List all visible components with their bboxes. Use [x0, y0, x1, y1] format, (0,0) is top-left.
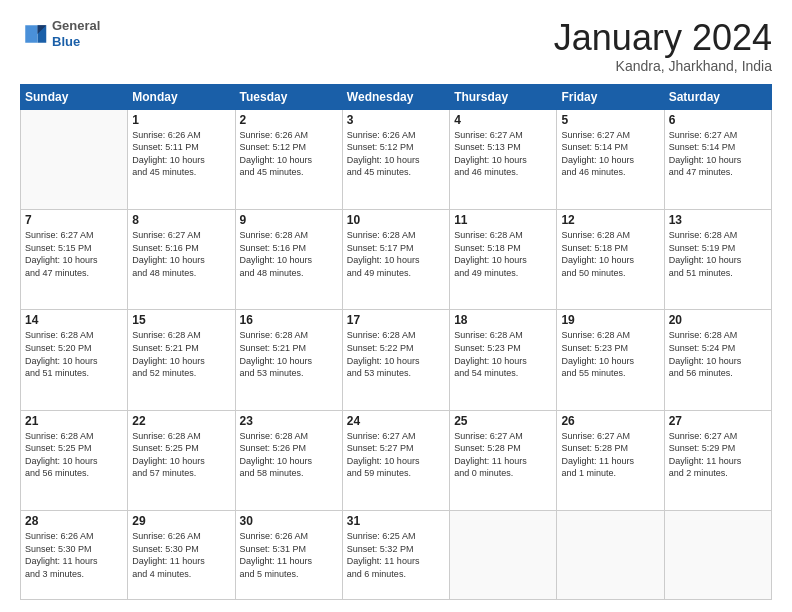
day-number: 31	[347, 514, 445, 528]
table-row: 7Sunrise: 6:27 AM Sunset: 5:15 PM Daylig…	[21, 209, 128, 309]
calendar-header-row: Sunday Monday Tuesday Wednesday Thursday…	[21, 84, 772, 109]
logo: General Blue	[20, 18, 100, 49]
logo-text: General Blue	[52, 18, 100, 49]
table-row	[450, 511, 557, 600]
day-number: 22	[132, 414, 230, 428]
day-info: Sunrise: 6:28 AM Sunset: 5:25 PM Dayligh…	[25, 430, 123, 480]
table-row	[557, 511, 664, 600]
logo-blue: Blue	[52, 34, 100, 50]
table-row: 22Sunrise: 6:28 AM Sunset: 5:25 PM Dayli…	[128, 410, 235, 510]
table-row: 21Sunrise: 6:28 AM Sunset: 5:25 PM Dayli…	[21, 410, 128, 510]
day-number: 1	[132, 113, 230, 127]
day-number: 7	[25, 213, 123, 227]
table-row: 8Sunrise: 6:27 AM Sunset: 5:16 PM Daylig…	[128, 209, 235, 309]
day-info: Sunrise: 6:27 AM Sunset: 5:29 PM Dayligh…	[669, 430, 767, 480]
day-number: 3	[347, 113, 445, 127]
table-row	[21, 109, 128, 209]
col-thursday: Thursday	[450, 84, 557, 109]
table-row: 16Sunrise: 6:28 AM Sunset: 5:21 PM Dayli…	[235, 310, 342, 410]
day-number: 2	[240, 113, 338, 127]
day-info: Sunrise: 6:28 AM Sunset: 5:17 PM Dayligh…	[347, 229, 445, 279]
table-row: 30Sunrise: 6:26 AM Sunset: 5:31 PM Dayli…	[235, 511, 342, 600]
day-info: Sunrise: 6:28 AM Sunset: 5:21 PM Dayligh…	[132, 329, 230, 379]
day-number: 5	[561, 113, 659, 127]
table-row: 31Sunrise: 6:25 AM Sunset: 5:32 PM Dayli…	[342, 511, 449, 600]
table-row: 26Sunrise: 6:27 AM Sunset: 5:28 PM Dayli…	[557, 410, 664, 510]
day-number: 26	[561, 414, 659, 428]
table-row: 6Sunrise: 6:27 AM Sunset: 5:14 PM Daylig…	[664, 109, 771, 209]
day-number: 11	[454, 213, 552, 227]
table-row: 10Sunrise: 6:28 AM Sunset: 5:17 PM Dayli…	[342, 209, 449, 309]
table-row: 11Sunrise: 6:28 AM Sunset: 5:18 PM Dayli…	[450, 209, 557, 309]
day-info: Sunrise: 6:28 AM Sunset: 5:19 PM Dayligh…	[669, 229, 767, 279]
table-row: 17Sunrise: 6:28 AM Sunset: 5:22 PM Dayli…	[342, 310, 449, 410]
header: General Blue January 2024 Kandra, Jharkh…	[20, 18, 772, 74]
table-row: 3Sunrise: 6:26 AM Sunset: 5:12 PM Daylig…	[342, 109, 449, 209]
table-row: 28Sunrise: 6:26 AM Sunset: 5:30 PM Dayli…	[21, 511, 128, 600]
day-number: 30	[240, 514, 338, 528]
day-info: Sunrise: 6:27 AM Sunset: 5:14 PM Dayligh…	[561, 129, 659, 179]
day-info: Sunrise: 6:28 AM Sunset: 5:24 PM Dayligh…	[669, 329, 767, 379]
day-number: 21	[25, 414, 123, 428]
day-info: Sunrise: 6:28 AM Sunset: 5:23 PM Dayligh…	[561, 329, 659, 379]
calendar-week-row: 1Sunrise: 6:26 AM Sunset: 5:11 PM Daylig…	[21, 109, 772, 209]
day-info: Sunrise: 6:27 AM Sunset: 5:13 PM Dayligh…	[454, 129, 552, 179]
table-row: 25Sunrise: 6:27 AM Sunset: 5:28 PM Dayli…	[450, 410, 557, 510]
day-number: 12	[561, 213, 659, 227]
day-number: 4	[454, 113, 552, 127]
day-info: Sunrise: 6:28 AM Sunset: 5:18 PM Dayligh…	[454, 229, 552, 279]
day-number: 15	[132, 313, 230, 327]
col-monday: Monday	[128, 84, 235, 109]
day-info: Sunrise: 6:26 AM Sunset: 5:12 PM Dayligh…	[240, 129, 338, 179]
day-info: Sunrise: 6:26 AM Sunset: 5:11 PM Dayligh…	[132, 129, 230, 179]
title-block: January 2024 Kandra, Jharkhand, India	[554, 18, 772, 74]
table-row: 5Sunrise: 6:27 AM Sunset: 5:14 PM Daylig…	[557, 109, 664, 209]
day-number: 25	[454, 414, 552, 428]
day-number: 8	[132, 213, 230, 227]
day-number: 6	[669, 113, 767, 127]
day-number: 13	[669, 213, 767, 227]
col-tuesday: Tuesday	[235, 84, 342, 109]
col-saturday: Saturday	[664, 84, 771, 109]
calendar-week-row: 21Sunrise: 6:28 AM Sunset: 5:25 PM Dayli…	[21, 410, 772, 510]
day-info: Sunrise: 6:28 AM Sunset: 5:23 PM Dayligh…	[454, 329, 552, 379]
day-number: 9	[240, 213, 338, 227]
day-info: Sunrise: 6:28 AM Sunset: 5:22 PM Dayligh…	[347, 329, 445, 379]
day-info: Sunrise: 6:26 AM Sunset: 5:30 PM Dayligh…	[132, 530, 230, 580]
col-friday: Friday	[557, 84, 664, 109]
day-number: 23	[240, 414, 338, 428]
col-wednesday: Wednesday	[342, 84, 449, 109]
day-info: Sunrise: 6:27 AM Sunset: 5:14 PM Dayligh…	[669, 129, 767, 179]
day-number: 20	[669, 313, 767, 327]
day-number: 29	[132, 514, 230, 528]
location: Kandra, Jharkhand, India	[554, 58, 772, 74]
table-row: 14Sunrise: 6:28 AM Sunset: 5:20 PM Dayli…	[21, 310, 128, 410]
day-info: Sunrise: 6:27 AM Sunset: 5:28 PM Dayligh…	[561, 430, 659, 480]
day-number: 18	[454, 313, 552, 327]
month-title: January 2024	[554, 18, 772, 58]
day-number: 27	[669, 414, 767, 428]
table-row: 24Sunrise: 6:27 AM Sunset: 5:27 PM Dayli…	[342, 410, 449, 510]
table-row: 12Sunrise: 6:28 AM Sunset: 5:18 PM Dayli…	[557, 209, 664, 309]
day-number: 17	[347, 313, 445, 327]
day-info: Sunrise: 6:28 AM Sunset: 5:20 PM Dayligh…	[25, 329, 123, 379]
logo-icon	[20, 20, 48, 48]
table-row: 27Sunrise: 6:27 AM Sunset: 5:29 PM Dayli…	[664, 410, 771, 510]
table-row: 18Sunrise: 6:28 AM Sunset: 5:23 PM Dayli…	[450, 310, 557, 410]
day-number: 19	[561, 313, 659, 327]
day-info: Sunrise: 6:27 AM Sunset: 5:16 PM Dayligh…	[132, 229, 230, 279]
table-row: 19Sunrise: 6:28 AM Sunset: 5:23 PM Dayli…	[557, 310, 664, 410]
table-row: 13Sunrise: 6:28 AM Sunset: 5:19 PM Dayli…	[664, 209, 771, 309]
calendar-week-row: 14Sunrise: 6:28 AM Sunset: 5:20 PM Dayli…	[21, 310, 772, 410]
day-info: Sunrise: 6:27 AM Sunset: 5:28 PM Dayligh…	[454, 430, 552, 480]
table-row: 20Sunrise: 6:28 AM Sunset: 5:24 PM Dayli…	[664, 310, 771, 410]
day-info: Sunrise: 6:26 AM Sunset: 5:31 PM Dayligh…	[240, 530, 338, 580]
page: General Blue January 2024 Kandra, Jharkh…	[0, 0, 792, 612]
day-info: Sunrise: 6:26 AM Sunset: 5:12 PM Dayligh…	[347, 129, 445, 179]
day-info: Sunrise: 6:27 AM Sunset: 5:27 PM Dayligh…	[347, 430, 445, 480]
col-sunday: Sunday	[21, 84, 128, 109]
day-info: Sunrise: 6:27 AM Sunset: 5:15 PM Dayligh…	[25, 229, 123, 279]
calendar-week-row: 28Sunrise: 6:26 AM Sunset: 5:30 PM Dayli…	[21, 511, 772, 600]
logo-general: General	[52, 18, 100, 34]
calendar-table: Sunday Monday Tuesday Wednesday Thursday…	[20, 84, 772, 600]
